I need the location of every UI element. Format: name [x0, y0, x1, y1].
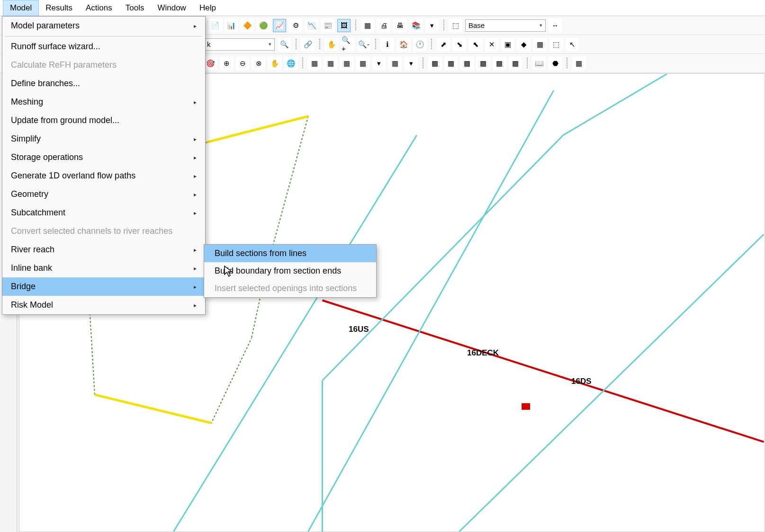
toolbar-btn-f9[interactable]: ↖	[566, 38, 579, 51]
submenu-arrow-icon: ▸	[194, 265, 197, 272]
toolbar-btn-d2[interactable]: 🔗	[301, 38, 315, 51]
toolbar-btn-f1[interactable]: ⬈	[437, 38, 450, 51]
toolbar-btn-a4[interactable]: 🟢	[257, 19, 270, 32]
toolbar-btn-a1[interactable]: 📄	[208, 19, 222, 32]
menu-separator	[5, 36, 202, 36]
toolbar-btn-f7[interactable]: ▦	[533, 38, 547, 51]
toolbar-btn-c2[interactable]: ↔	[549, 19, 562, 32]
toolbar-btn-g2[interactable]: ⊕	[220, 57, 233, 70]
toolbar-base-combo[interactable]: Base	[465, 19, 546, 32]
canvas-label-16ds: 16DS	[571, 377, 592, 386]
toolbar-separator	[375, 39, 376, 50]
toolbar-btn-i5[interactable]: ▩	[493, 57, 506, 70]
canvas-label-16us: 16US	[349, 325, 369, 334]
toolbar-btn-h3[interactable]: ▦	[340, 57, 353, 70]
submenu-arrow-icon: ▸	[194, 302, 197, 309]
toolbar-btn-i2[interactable]: ▩	[444, 57, 458, 70]
menu-actions[interactable]: Actions	[79, 0, 119, 16]
toolbar-btn-a8[interactable]: 📰	[321, 19, 334, 32]
toolbar-separator	[302, 58, 303, 69]
toolbar-btn-h1[interactable]: ▦	[308, 57, 321, 70]
toolbar-btn-i6[interactable]: ▩	[509, 57, 522, 70]
toolbar-btn-i3[interactable]: ▩	[460, 57, 474, 70]
toolbar-btn-j3[interactable]: ▦	[572, 57, 585, 70]
menu-risk-model[interactable]: Risk Model▸	[2, 296, 205, 314]
toolbar-btn-f6[interactable]: ◆	[517, 38, 531, 51]
toolbar-btn-f2[interactable]: ⬊	[453, 38, 466, 51]
cyan-line-4	[459, 234, 764, 532]
toolbar-btn-a3[interactable]: 🔶	[241, 19, 254, 32]
toolbar-btn-h2[interactable]: ▦	[324, 57, 337, 70]
menu-convert-channels: Convert selected channels to river reach…	[2, 222, 205, 240]
toolbar-combo-k[interactable]: k	[204, 38, 275, 51]
toolbar-btn-e2[interactable]: 🏠	[397, 38, 410, 51]
toolbar-btn-d1[interactable]: 🔍	[278, 38, 291, 51]
toolbar-btn-j1[interactable]: 📖	[532, 57, 546, 70]
toolbar-btn-a5[interactable]: 📈	[273, 19, 286, 32]
toolbar-btn-h4[interactable]: ▦	[356, 57, 369, 70]
menu-simplify[interactable]: Simplify▸	[2, 130, 205, 148]
menu-define-branches[interactable]: Define branches...	[2, 74, 205, 93]
toolbar-btn-b2[interactable]: 🖨	[377, 19, 390, 32]
menu-model[interactable]: Model	[3, 0, 39, 16]
toolbar-btn-b5[interactable]: ▾	[425, 19, 439, 32]
toolbar-btn-c1[interactable]: ⬚	[449, 19, 462, 32]
menu-tools[interactable]: Tools	[119, 0, 151, 16]
toolbar-btn-i4[interactable]: ▩	[477, 57, 490, 70]
menu-river-reach[interactable]: River reach▸	[2, 240, 205, 259]
toolbar-btn-pan[interactable]: ✋	[325, 38, 338, 51]
toolbar-btn-f3[interactable]: ⬉	[469, 38, 482, 51]
toolbar-btn-a9[interactable]: 🖼	[337, 19, 351, 32]
toolbar-btn-e1[interactable]: ℹ	[381, 38, 394, 51]
menu-inline-bank[interactable]: Inline bank▸	[2, 259, 205, 277]
toolbar-btn-g5[interactable]: ✋	[268, 57, 281, 70]
menu-meshing[interactable]: Meshing▸	[2, 93, 205, 111]
toolbar-btn-a2[interactable]: 📊	[225, 19, 238, 32]
menu-help[interactable]: Help	[193, 0, 223, 16]
toolbar-btn-zoomout[interactable]: 🔍-	[357, 38, 370, 51]
menu-results[interactable]: Results	[39, 0, 79, 16]
menu-geometry[interactable]: Geometry▸	[2, 185, 205, 204]
toolbar-btn-j2[interactable]: ⬣	[549, 57, 562, 70]
toolbar-btn-g1[interactable]: 🎯	[204, 57, 217, 70]
submenu-build-boundary[interactable]: Build boundary from section ends	[204, 262, 376, 280]
submenu-arrow-icon: ▸	[194, 284, 197, 290]
toolbar-btn-g6[interactable]: 🌐	[284, 57, 297, 70]
toolbar-separator	[319, 39, 320, 50]
toolbar-btn-b3[interactable]: 🖶	[393, 19, 406, 32]
menu-subcatchment[interactable]: Subcatchment▸	[2, 204, 205, 222]
toolbar-separator	[567, 58, 567, 69]
submenu-build-sections[interactable]: Build sections from lines	[204, 245, 376, 262]
toolbar-btn-a6[interactable]: ⚙	[289, 19, 302, 32]
menu-bridge[interactable]: Bridge▸	[2, 277, 205, 296]
menu-gen-1d-overland[interactable]: Generate 1D overland flow paths▸	[2, 167, 205, 185]
menubar: Model Results Actions Tools Window Help	[0, 0, 765, 16]
red-marker	[522, 403, 530, 410]
toolbar-btn-b1[interactable]: ▦	[361, 19, 374, 32]
toolbar-separator	[527, 58, 528, 69]
toolbar-btn-f8[interactable]: ⬚	[549, 38, 563, 51]
toolbar-btn-g3[interactable]: ⊖	[236, 57, 249, 70]
toolbar-btn-f4[interactable]: ✕	[485, 38, 498, 51]
toolbar-btn-i1[interactable]: ▩	[428, 57, 441, 70]
toolbar-btn-b4[interactable]: 📚	[409, 19, 423, 32]
toolbar-separator	[355, 20, 356, 31]
toolbar-btn-h7[interactable]: ▾	[405, 57, 418, 70]
menu-storage-operations[interactable]: Storage operations▸	[2, 148, 205, 167]
submenu-arrow-icon: ▸	[194, 154, 197, 161]
toolbar-btn-g4[interactable]: ⊗	[252, 57, 265, 70]
toolbar-btn-e3[interactable]: 🕐	[413, 38, 426, 51]
submenu-arrow-icon: ▸	[194, 191, 197, 198]
menu-runoff-wizard[interactable]: Runoff surface wizard...	[2, 37, 205, 56]
toolbar-btn-f5[interactable]: ▣	[501, 38, 514, 51]
toolbar-btn-h6[interactable]: ▦	[388, 57, 402, 70]
toolbar-btn-h5[interactable]: ▾	[372, 57, 386, 70]
menu-model-parameters[interactable]: Model parameters▸	[2, 17, 205, 35]
model-dropdown: Model parameters▸ Runoff surface wizard.…	[2, 16, 206, 315]
menu-update-ground[interactable]: Update from ground model...	[2, 111, 205, 130]
submenu-arrow-icon: ▸	[194, 99, 197, 106]
toolbar-btn-zoomin[interactable]: 🔍+	[341, 38, 354, 51]
toolbar-btn-a7[interactable]: 📉	[305, 19, 318, 32]
menu-window[interactable]: Window	[151, 0, 192, 16]
menu-calculate-refh: Calculate ReFH parameters	[2, 56, 205, 74]
